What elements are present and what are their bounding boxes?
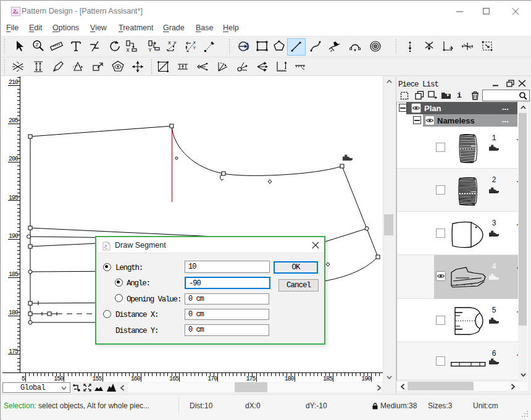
svg-text:195: 195 [9,195,19,201]
svg-text:x: x [193,40,196,45]
svg-text:155: 155 [92,376,102,382]
svg-text:210: 210 [9,79,19,86]
svg-text:175: 175 [9,348,19,355]
svg-text:180: 180 [9,309,19,316]
svg-text:190: 190 [9,233,19,240]
svg-text:165: 165 [169,376,179,382]
svg-text:185: 185 [9,271,19,278]
svg-text:180: 180 [285,376,295,382]
svg-text:X: X [168,40,171,46]
svg-text:170: 170 [207,376,217,382]
svg-text:Y: Y [193,46,196,51]
svg-text:150: 150 [54,376,64,382]
svg-text:205: 205 [9,117,19,124]
svg-text:185: 185 [323,376,333,382]
svg-text:200: 200 [9,156,19,162]
svg-text:160: 160 [131,376,141,382]
svg-text:Y: Y [148,48,151,53]
svg-text:Z: Z [36,42,39,48]
svg-text:X: X [126,48,129,53]
svg-text:190: 190 [361,376,371,382]
svg-text:175: 175 [246,376,256,382]
